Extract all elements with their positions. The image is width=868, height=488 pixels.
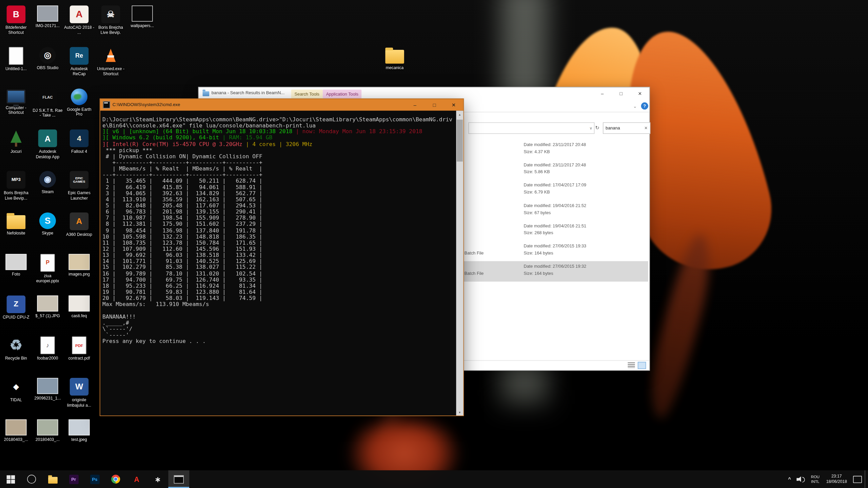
volume-icon[interactable]: [794, 470, 808, 488]
tab-search-tools[interactable]: Search Tools: [291, 89, 323, 98]
desktop-icon-epic-games-launcher[interactable]: EPIC GAMESEpic Games Launcher: [64, 170, 95, 211]
desktop-icon-label: 20180403_...: [4, 437, 28, 442]
taskbar-button-photoshop[interactable]: Ps: [84, 470, 105, 488]
taskbar-button-cmd-window[interactable]: [168, 470, 189, 488]
desktop-icon-contract-pdf[interactable]: PDFcontract.pdf: [64, 336, 95, 377]
tab-application-tools[interactable]: Application Tools: [323, 89, 362, 98]
scroll-up-icon[interactable]: ▲: [456, 111, 463, 118]
view-thumbnails-button[interactable]: [638, 362, 646, 369]
desktop-icon-boris-brejcha-live-bevip[interactable]: ☠Boris Brejcha Live Bevip.: [95, 4, 126, 45]
desktop-icon-foobar2000[interactable]: ♪foobar2000: [32, 336, 63, 377]
show-desktop-button[interactable]: [865, 470, 868, 488]
address-dropdown-icon[interactable]: ∨: [590, 126, 592, 130]
desktop-icon-img-20171[interactable]: IMG-20171...: [32, 4, 63, 45]
desktop-icon-29096231-1[interactable]: 29096231_1...: [32, 377, 63, 418]
search-clear-icon[interactable]: ✕: [644, 126, 648, 131]
desktop-icon-computer-shortcut[interactable]: Computer - Shortcut: [1, 87, 32, 128]
desktop-icon-fallout-4[interactable]: 4Fallout 4: [64, 128, 95, 169]
dj-s-k-t-ft-rae-take-icon: FLAC: [38, 88, 57, 106]
desktop-icon-bitdefender-shortcut[interactable]: BBitdefender Shortcut: [1, 4, 32, 45]
desktop-icon-label: Fallout 4: [71, 149, 87, 154]
action-center-icon: [853, 475, 862, 483]
cmd-close-button[interactable]: ✕: [444, 99, 463, 110]
desktop-icon-label: Epic Games Launcher: [64, 190, 95, 201]
action-center-button[interactable]: [850, 470, 865, 488]
taskbar-clock[interactable]: 23:17 18/06/2018: [823, 473, 850, 485]
desktop-icon-casti-feq[interactable]: casti.feq: [64, 294, 95, 335]
taskbar-button-acrobat[interactable]: A: [126, 470, 147, 488]
desktop-icon-skype[interactable]: SSkype: [32, 211, 63, 252]
desktop-icon-recycle-bin[interactable]: ♻Recycle Bin: [1, 336, 32, 377]
console-line: 19 | 90.781 | 59.83 | 123.880 | 81.64 |: [102, 289, 456, 295]
console-line: 17 | 94.700 | 69.75 | 126.740 | 93.35 |: [102, 277, 456, 283]
scroll-down-icon[interactable]: ▼: [456, 408, 463, 415]
desktop-icon-tidal[interactable]: ◆TIDAL: [1, 377, 32, 418]
refresh-icon[interactable]: ↻: [593, 122, 602, 133]
desktop-icon-mecanica[interactable]: mecanica: [379, 46, 410, 87]
search-input[interactable]: banana ✕: [603, 122, 650, 134]
desktop-icon-ziua-europei-pptx[interactable]: Pziua europei.pptx: [32, 253, 63, 294]
desktop-icon-wallpapers[interactable]: wallpapers...: [127, 4, 158, 45]
desktop-icon-untitled-1[interactable]: Untitled-1...: [1, 46, 32, 87]
cpuid-cpu-z-icon: Z: [7, 295, 26, 313]
console-scrollbar[interactable]: ▲ ▼: [456, 111, 463, 416]
desktop-icon-label: A360 Desktop: [66, 232, 92, 237]
desktop-icon-20180403[interactable]: 20180403_...: [1, 418, 32, 459]
desktop-icon-dj-s-k-t-ft-rae-take[interactable]: FLACDJ S.K.T ft. Rae - Take ...: [32, 87, 63, 128]
language-indicator[interactable]: ROU INTL: [808, 474, 823, 484]
desktop-icon-autodesk-recap[interactable]: ReAutodesk ReCap: [64, 46, 95, 87]
desktop-icon-20180403[interactable]: 20180403_...: [32, 418, 63, 459]
desktop-icon-label: Unturned.exe - Shortcut: [95, 66, 126, 77]
images-png-icon: [68, 254, 90, 270]
taskbar-button-start[interactable]: [0, 470, 21, 488]
cmd-minimize-button[interactable]: –: [405, 99, 425, 110]
desktop-icon-unturned-exe-shortcut[interactable]: Unturned.exe - Shortcut: [95, 46, 126, 87]
address-bar[interactable]: ∨: [468, 122, 594, 134]
desktop-icon-obs-studio[interactable]: ◎OBS Studio: [32, 46, 63, 87]
cmd-window[interactable]: C:\WINDOWS\system32\cmd.exe – □ ✕ D:\Joc…: [100, 99, 464, 416]
file-size: Size: 164 bytes: [524, 271, 553, 276]
explorer-minimize-button[interactable]: –: [593, 87, 612, 100]
desktop-icon-originile-limbajului-a[interactable]: Woriginile limbajului a...: [64, 377, 95, 418]
taskbar-button-app-star[interactable]: ∗: [147, 470, 168, 488]
tray-expand-icon[interactable]: ^: [785, 470, 794, 488]
cmd-titlebar[interactable]: C:\WINDOWS\system32\cmd.exe – □ ✕: [100, 99, 463, 110]
taskbar-button-premiere[interactable]: Pr: [63, 470, 84, 488]
desktop-icon-steam[interactable]: ◉Steam: [32, 170, 63, 211]
keyboard-layout: INTL: [811, 479, 820, 484]
fallout-4-icon: 4: [70, 130, 89, 147]
desktop-icon-57-1-jpg[interactable]: $_57 (1).JPG: [32, 294, 63, 335]
desktop-icon-jocuri[interactable]: Jocuri: [1, 128, 32, 169]
ziua-europei-pptx-icon: P: [40, 254, 55, 271]
help-icon[interactable]: ?: [641, 102, 648, 109]
desktop-icon-nefolosite[interactable]: Nefolosite: [1, 211, 32, 252]
explorer-folder-icon: [203, 91, 210, 96]
taskbar-button-file-explorer[interactable]: [42, 470, 63, 488]
desktop-icon-label: Steam: [42, 189, 54, 195]
ribbon-collapse-icon[interactable]: ⌄: [631, 102, 639, 110]
desktop-icon-cpuid-cpu-z[interactable]: ZCPUID CPU-Z: [1, 294, 32, 335]
file-size: Size: 67 bytes: [524, 210, 551, 215]
desktop-icon-images-png[interactable]: images.png: [64, 253, 95, 294]
desktop-icon-boris-brejcha-live-bevip[interactable]: MP3Boris Brejcha Live Bevip...: [1, 170, 32, 211]
explorer-maximize-button[interactable]: □: [612, 87, 631, 100]
desktop-icon-autocad-2018[interactable]: AAutoCAD 2018 - ...: [64, 4, 95, 45]
explorer-close-button[interactable]: ✕: [631, 87, 650, 100]
file-date-modified: Date modified: 27/06/2015 19:33: [524, 244, 586, 249]
cmd-maximize-button[interactable]: □: [425, 99, 444, 110]
desktop-icon-foto[interactable]: Foto: [1, 253, 32, 294]
desktop-icon-label: Foto: [12, 271, 20, 277]
desktop-icon-autodesk-desktop-app[interactable]: AAutodesk Desktop App: [32, 128, 63, 169]
taskbar-button-chrome[interactable]: [105, 470, 126, 488]
desktop-icon-label: ziua europei.pptx: [32, 273, 63, 284]
desktop-icon-test-jpeg[interactable]: test.jpeg: [64, 418, 95, 459]
desktop-icon-google-earth-pro[interactable]: Google Earth Pro: [64, 87, 95, 128]
desktop-icon-label: Boris Brejcha Live Bevip.: [95, 25, 126, 35]
scrollbar-thumb[interactable]: [457, 120, 463, 162]
console-line: Max Mbeams/s: 113.910 Mbeams/s: [102, 301, 456, 307]
desktop-icon-label: Skype: [42, 231, 53, 236]
taskbar-button-cortana[interactable]: [21, 470, 42, 488]
boris-brejcha-live-bevip-icon: MP3: [7, 171, 26, 189]
view-details-button[interactable]: [628, 362, 635, 368]
desktop-icon-a360-desktop[interactable]: AA360 Desktop: [64, 211, 95, 252]
